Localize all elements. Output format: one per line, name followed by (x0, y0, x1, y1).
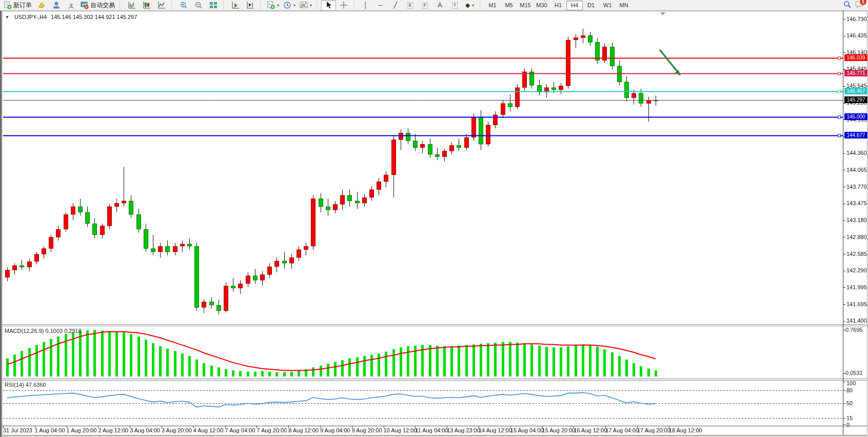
autotrading-label: 自动交易 (90, 1, 115, 10)
trendline-button[interactable]: ╱ (388, 0, 403, 11)
signals-button[interactable] (64, 0, 78, 11)
autotrading-icon (81, 1, 89, 9)
text-label-button[interactable]: T (447, 0, 462, 11)
search-icon[interactable] (843, 0, 852, 11)
price-line-badge[interactable]: 145.000 (844, 113, 867, 120)
new-order-button[interactable]: 新订单 (2, 0, 34, 11)
vertical-line-icon: │ (364, 2, 368, 9)
templates-dropdown[interactable]: ▾ (298, 0, 314, 11)
time-axis-label: 14 Aug 12:00 (479, 427, 512, 433)
rsi-level-label: 80 (846, 387, 853, 393)
macd-scale-top-label: 0.7695 (845, 327, 863, 333)
line-chart-button[interactable] (154, 0, 169, 11)
current-price-badge[interactable]: 145.297 (844, 96, 867, 103)
main-toolbar: 新订单 自动交易 ▾ ▾ ▾ │ ─ ╱ E F A T ◆▾ M1M5M15M… (0, 0, 868, 11)
timeframe-button-D1[interactable]: D1 (583, 1, 599, 10)
price-tick-label: 146.730 (846, 16, 867, 22)
price-chart-canvas[interactable] (0, 0, 868, 437)
rsi-level-label: 50 (846, 400, 853, 406)
indicators-icon (267, 1, 275, 9)
template-icon (300, 1, 308, 9)
rsi-level-label: 15 (846, 415, 853, 421)
chart-shift-button[interactable] (243, 0, 258, 11)
cursor-icon (325, 1, 333, 9)
price-tick-label: 143.475 (846, 200, 867, 206)
timeframe-button-W1[interactable]: W1 (599, 1, 616, 10)
candlestick-chart-button[interactable] (139, 0, 154, 11)
timeframe-button-M30[interactable]: M30 (534, 1, 550, 10)
tile-windows-button[interactable] (206, 0, 221, 11)
timeframe-button-H1[interactable]: H1 (550, 1, 566, 10)
time-axis-label: 1 Aug 20:00 (67, 427, 97, 433)
rsi-indicator-label: RSI(14) 47.6360 (5, 382, 46, 388)
price-tick-label: 144.065 (846, 167, 867, 173)
time-axis-label: 17 Aug 20:00 (637, 427, 670, 433)
price-line-badge[interactable]: 145.771 (844, 70, 867, 76)
text-button[interactable]: A (432, 0, 447, 11)
indicators-dropdown[interactable]: ▾ (265, 0, 281, 11)
timeframe-button-M1[interactable]: M1 (484, 1, 501, 10)
time-axis-label: 7 Aug 04:00 (225, 427, 255, 433)
chat-button[interactable]: 1 (855, 0, 863, 11)
metaeditor-button[interactable] (49, 0, 64, 11)
rsi-level-label: 100 (846, 380, 856, 386)
equidistant-channel-button[interactable]: E (403, 0, 418, 11)
toolbar-separator (120, 1, 122, 10)
mt4-application: { "window": { "symbol_period": "USDJPY-,… (0, 0, 868, 437)
crosshair-button[interactable] (336, 0, 351, 11)
chart-ohlc-values: 145.146 145.302 144.921 145.297 (51, 14, 137, 20)
price-tick-label: 142.290 (846, 267, 867, 273)
trend-arrow-annotation[interactable] (657, 47, 687, 83)
chart-symbol-period: USDJPY-,H4 (14, 14, 47, 20)
caret-down-icon: ▾ (310, 3, 312, 8)
arrows-dropdown[interactable]: ◆▾ (462, 0, 477, 11)
time-axis-label: 2 Aug 12:00 (98, 427, 128, 433)
metaeditor-icon (52, 1, 61, 9)
chart-title: ▼ USDJPY-,H4 145.146 145.302 144.921 145… (5, 14, 137, 20)
time-axis-label: 11 Aug 04:00 (415, 427, 448, 433)
price-line-badge[interactable]: 146.039 (844, 54, 867, 61)
new-order-label: 新订单 (13, 1, 32, 10)
price-tick-label: 142.880 (846, 234, 867, 240)
auto-scroll-button[interactable] (228, 0, 243, 11)
text-icon: A (438, 2, 442, 9)
bar-chart-icon (128, 1, 136, 9)
zoom-in-icon (180, 1, 188, 9)
macd-indicator-label: MACD(12,26,9) 0.1003 0.2918 (5, 328, 82, 334)
bar-chart-button[interactable] (124, 0, 139, 11)
zoom-out-button[interactable] (191, 0, 206, 11)
styler-button[interactable] (34, 0, 49, 11)
cursor-button[interactable] (321, 0, 336, 11)
periods-dropdown[interactable]: ▾ (281, 0, 298, 11)
caret-down-icon: ▾ (472, 3, 474, 8)
price-tick-label: 141.400 (846, 317, 867, 324)
time-axis-label: 13 Aug 23:00 (447, 427, 480, 433)
time-axis-label: 9 Aug 20:00 (352, 427, 382, 433)
timeframe-button-H4[interactable]: H4 (566, 1, 583, 10)
time-axis-label: 16 Aug 12:00 (574, 427, 607, 433)
horizontal-line-button[interactable]: ─ (373, 0, 388, 11)
price-tick-label: 144.360 (846, 150, 867, 156)
price-line-badge[interactable]: 144.677 (844, 132, 867, 138)
price-tick-label: 143.770 (846, 184, 867, 190)
fibonacci-button[interactable]: F (418, 0, 432, 11)
price-tick-label: 143.180 (846, 217, 867, 223)
price-line-badge[interactable]: 145.457 (844, 88, 867, 94)
vertical-line-button[interactable]: │ (358, 0, 373, 11)
tile-windows-icon (209, 1, 218, 9)
timeframe-button-M15[interactable]: M15 (517, 1, 534, 10)
timeframe-button-M5[interactable]: M5 (501, 1, 517, 10)
price-tick-label: 141.695 (846, 301, 867, 307)
time-axis-label: 15 Aug 20:00 (542, 427, 576, 433)
chart-shift-marker[interactable] (660, 12, 665, 15)
zoom-in-button[interactable] (176, 0, 191, 11)
macd-scale-bottom-label: 0.0531 (845, 370, 863, 376)
styler-icon (37, 1, 46, 9)
autotrading-button[interactable]: 自动交易 (78, 0, 117, 11)
time-axis-label: 10 Aug 12:00 (384, 427, 417, 433)
toolbar-separator (223, 1, 226, 10)
timeframe-button-MN[interactable]: MN (616, 1, 632, 10)
oneclick-trading-arrow-icon[interactable]: ▼ (5, 15, 9, 19)
price-tick-label: 142.585 (846, 251, 867, 257)
notification-badge: 1 (859, 0, 867, 6)
